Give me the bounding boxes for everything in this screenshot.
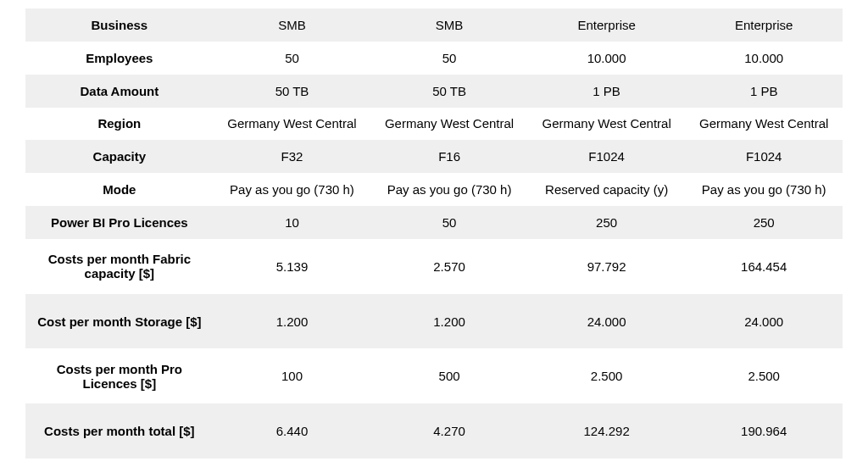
cell: 10 — [214, 206, 371, 239]
row-label: Costs per month Fabric capacity [$] — [25, 239, 214, 294]
row-label: Business — [25, 8, 214, 42]
row-label: Region — [25, 108, 214, 141]
row-label: Costs per month Pro Licences [$] — [25, 348, 214, 403]
cell: Germany West Central — [685, 108, 843, 141]
cell: Pay as you go (730 h) — [214, 173, 371, 206]
cell: Enterprise — [528, 8, 686, 42]
cell: SMB — [370, 8, 528, 42]
table-row: Costs per month Pro Licences [$]1005002.… — [25, 348, 843, 403]
row-label: Costs per month total [$] — [25, 403, 214, 459]
cell: Germany West Central — [528, 108, 686, 141]
cell: 250 — [685, 206, 843, 239]
table-row: Costs per month Fabric capacity [$]5.139… — [25, 239, 843, 294]
row-label: Capacity — [25, 140, 214, 173]
cell: SMB — [214, 8, 371, 42]
cell: 50 TB — [370, 75, 528, 108]
table-row: Power BI Pro Licences1050250250 — [25, 206, 843, 239]
cell: 5.139 — [214, 239, 371, 294]
row-label: Cost per month Storage [$] — [25, 294, 214, 349]
cell: 24.000 — [528, 294, 686, 349]
cell: Pay as you go (730 h) — [370, 173, 528, 206]
row-label: Data Amount — [25, 75, 214, 108]
cell: 50 — [370, 42, 528, 75]
cell: 1 PB — [528, 75, 686, 108]
table-row: ModePay as you go (730 h)Pay as you go (… — [25, 173, 843, 206]
row-label: Employees — [25, 42, 214, 75]
pricing-comparison-table: BusinessSMBSMBEnterpriseEnterpriseEmploy… — [25, 8, 843, 459]
cell: 50 — [214, 42, 371, 75]
cell: 2.500 — [685, 348, 843, 403]
cell: 1.200 — [370, 294, 528, 349]
cell: F16 — [370, 140, 528, 173]
cell: 97.792 — [528, 239, 686, 294]
table-row: CapacityF32F16F1024F1024 — [25, 140, 843, 173]
cell: 250 — [528, 206, 686, 239]
cell: 10.000 — [528, 42, 686, 75]
cell: Pay as you go (730 h) — [685, 173, 843, 206]
table-row: Costs per month total [$]6.4404.270124.2… — [25, 403, 843, 459]
cell: 6.440 — [214, 403, 371, 459]
cell: 24.000 — [685, 294, 843, 349]
cell: F1024 — [528, 140, 686, 173]
cell: F1024 — [685, 140, 843, 173]
cell: 2.500 — [528, 348, 686, 403]
table-row: Employees505010.00010.000 — [25, 42, 843, 75]
table-row: Cost per month Storage [$]1.2001.20024.0… — [25, 294, 843, 349]
cell: 124.292 — [528, 403, 686, 459]
cell: 100 — [214, 348, 371, 403]
cell: 164.454 — [685, 239, 843, 294]
cell: 50 — [370, 206, 528, 239]
cell: 1 PB — [685, 75, 843, 108]
table-row: RegionGermany West CentralGermany West C… — [25, 108, 843, 141]
row-label: Mode — [25, 173, 214, 206]
cell: 10.000 — [685, 42, 843, 75]
cell: 1.200 — [214, 294, 371, 349]
cell: 2.570 — [370, 239, 528, 294]
cell: 4.270 — [370, 403, 528, 459]
cell: Enterprise — [685, 8, 843, 42]
cell: Reserved capacity (y) — [528, 173, 686, 206]
cell: 190.964 — [685, 403, 843, 459]
cell: 50 TB — [214, 75, 371, 108]
cell: Germany West Central — [214, 108, 371, 141]
cell: 500 — [370, 348, 528, 403]
cell: F32 — [214, 140, 371, 173]
table-row: BusinessSMBSMBEnterpriseEnterprise — [25, 8, 843, 42]
row-label: Power BI Pro Licences — [25, 206, 214, 239]
pricing-comparison-wrapper: BusinessSMBSMBEnterpriseEnterpriseEmploy… — [0, 0, 868, 467]
cell: Germany West Central — [370, 108, 528, 141]
table-row: Data Amount50 TB50 TB1 PB1 PB — [25, 75, 843, 108]
